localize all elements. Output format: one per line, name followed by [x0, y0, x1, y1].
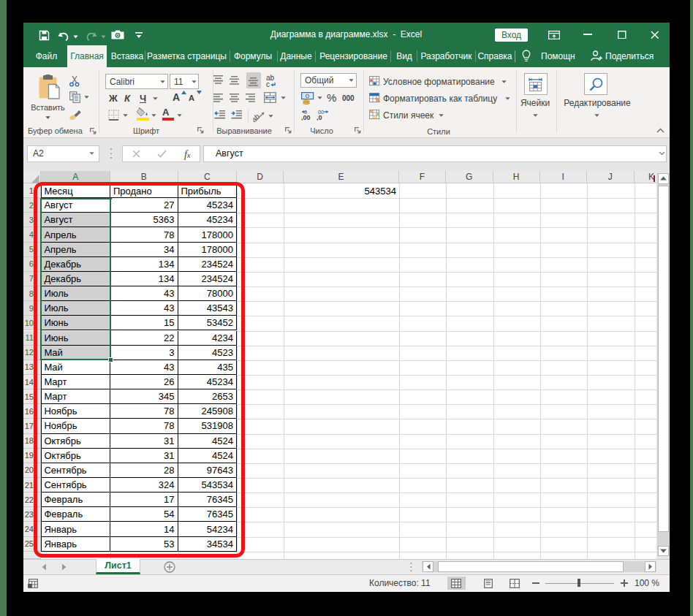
svg-text:,0: ,0 [317, 114, 322, 121]
svg-text:c: c [266, 80, 270, 88]
svg-text:00: 00 [318, 110, 324, 115]
svg-text:ab: ab [253, 112, 261, 122]
svg-text:,00: ,00 [301, 114, 311, 121]
